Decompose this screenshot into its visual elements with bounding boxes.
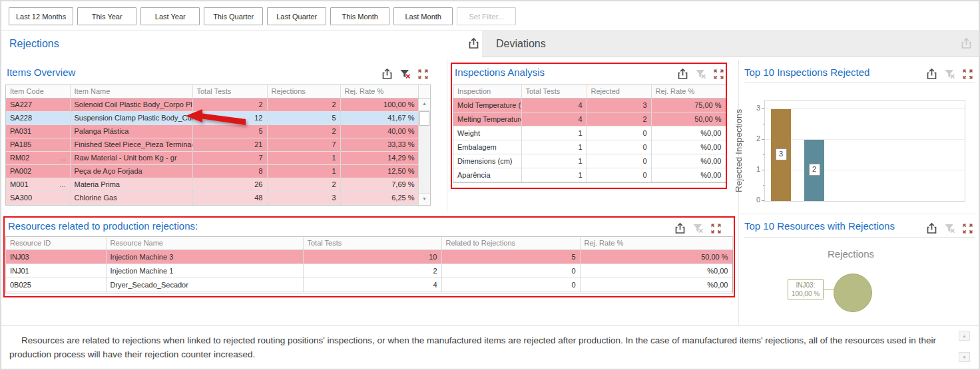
table-row[interactable]: INJ01Injection Machine 120%0,00	[6, 264, 732, 278]
scroll-down-icon[interactable]: ▼	[419, 193, 430, 205]
column-header[interactable]: Rejected	[587, 85, 651, 98]
table-row[interactable]: PA185Finished Steel Piece_Pieza Terminad…	[6, 138, 419, 152]
export-icon[interactable]	[925, 222, 938, 235]
resource-id-cell: 0B025	[6, 278, 106, 292]
table-row[interactable]: PA031Palanga Plástica5240,00 %	[6, 125, 419, 138]
column-header[interactable]: Total Tests	[303, 237, 441, 250]
table-row[interactable]: SA227Solenoid Coil Plastic Body_Corpo Pl…	[6, 98, 419, 112]
total-tests-cell: 1	[521, 126, 587, 140]
column-header[interactable]: Rej. Rate %	[651, 85, 726, 98]
table-row[interactable]: Weight10%0,00	[453, 126, 726, 140]
tab-deviations[interactable]: Deviations	[482, 31, 979, 57]
table-row[interactable]: PA002Peça de Aço Forjada8112,50 %	[6, 165, 419, 178]
table-row[interactable]: SA228Suspension Clamp Plastic Body_Cue..…	[6, 112, 419, 125]
description-scrollbar[interactable]: ▲ ▼	[959, 331, 970, 362]
column-header[interactable]: Resource Name	[106, 237, 303, 250]
item-code-cell: SA228	[6, 112, 70, 125]
filter-button-this-year[interactable]: This Year	[77, 7, 136, 25]
table-row[interactable]: SA300Chlorine Gas4836,25 %	[6, 192, 419, 205]
filter-button-last-12-months[interactable]: Last 12 Months	[9, 7, 73, 25]
table-row[interactable]: M001...Materia Prima2627,69 %	[6, 178, 419, 192]
column-header[interactable]: Rej. Rate %	[340, 85, 419, 98]
total-tests-cell: 1	[521, 140, 587, 154]
export-icon[interactable]	[674, 222, 686, 235]
scrollbar-thumb[interactable]	[419, 111, 429, 126]
rej-rate-cell: 100,00 %	[340, 98, 419, 112]
tab-rejections-label: Rejections	[9, 31, 59, 57]
filter-button-this-quarter[interactable]: This Quarter	[204, 7, 263, 25]
filter-button-this-month[interactable]: This Month	[330, 7, 389, 25]
inspection-cell: Weight	[453, 126, 521, 140]
table-row[interactable]: INJ03Injection Machine 310550,00 %	[6, 250, 732, 264]
pie-chart[interactable]	[834, 274, 872, 312]
rejected-cell: 0	[587, 140, 651, 154]
item-name-cell: Suspension Clamp Plastic Body_Cue...	[70, 112, 192, 125]
table-row[interactable]: Dimensions (cm)10%0,00	[453, 154, 726, 168]
column-header[interactable]: Item Code	[6, 85, 70, 98]
column-header[interactable]: Total Tests	[192, 85, 267, 98]
resource-id-cell: INJ03	[6, 250, 106, 264]
column-header[interactable]: Inspection	[453, 85, 521, 98]
column-header[interactable]: Item Name	[70, 85, 192, 98]
export-icon[interactable]	[381, 68, 393, 81]
bar-chart: 32	[764, 100, 965, 202]
filter-button-last-year[interactable]: Last Year	[140, 7, 200, 25]
expand-icon[interactable]	[710, 222, 722, 235]
column-header[interactable]: Related to Rejections	[441, 237, 580, 250]
rejections-cell: 7	[267, 138, 340, 152]
tab-rejections[interactable]: Rejections	[1, 31, 482, 57]
clear-filter-icon[interactable]	[943, 222, 956, 235]
table-row[interactable]: Mold Temperature (ºC)4375,00 %	[453, 98, 726, 112]
total-tests-cell: 4	[521, 98, 587, 112]
clear-filter-icon[interactable]	[694, 68, 707, 81]
total-tests-cell: 48	[192, 192, 267, 205]
item-name-cell: Finished Steel Piece_Pieza Terminad...	[70, 138, 192, 152]
expand-icon[interactable]	[712, 68, 725, 81]
export-icon[interactable]	[676, 68, 689, 81]
bar-value-label: 3	[776, 148, 787, 160]
inspection-cell: Aparência	[453, 168, 521, 182]
total-tests-cell: 4	[303, 278, 441, 292]
clear-filter-icon[interactable]	[399, 68, 411, 81]
expand-icon[interactable]	[961, 222, 974, 235]
clear-filter-icon[interactable]	[692, 222, 704, 235]
export-icon[interactable]	[960, 37, 973, 51]
rej-rate-cell: 50,00 %	[651, 112, 726, 126]
column-header[interactable]: Resource ID	[6, 237, 106, 250]
divider	[744, 83, 975, 83]
rej-rate-cell: 33,33 %	[340, 138, 419, 152]
table-row[interactable]: Melting Temperature (ºC)4250,00 %	[453, 112, 726, 126]
scroll-up-icon[interactable]: ▲	[959, 331, 970, 341]
column-header[interactable]: Rejections	[267, 85, 340, 98]
items-overview-table: Item CodeItem NameTotal TestsRejectionsR…	[5, 85, 431, 206]
clear-filter-icon[interactable]	[943, 68, 956, 81]
scroll-down-icon[interactable]: ▼	[959, 352, 970, 362]
column-header[interactable]: Rej. Rate %	[580, 237, 732, 250]
items-overview-title: Items Overview	[7, 67, 75, 78]
pie-callout-line2: 100,00 %	[792, 290, 820, 297]
table-row[interactable]: Embalagem10%0,00	[453, 140, 726, 154]
expand-icon[interactable]	[961, 68, 974, 81]
table-row[interactable]: 0B025Dryer_Secado_Secador40%0,00	[6, 278, 732, 292]
pie-callout-label: INJ03: 100,00 %	[788, 279, 824, 299]
gridline	[765, 108, 965, 109]
filter-button-last-quarter[interactable]: Last Quarter	[267, 7, 326, 25]
total-tests-cell: 10	[303, 250, 441, 264]
export-icon[interactable]	[467, 37, 481, 51]
inspection-cell: Melting Temperature (ºC)	[453, 112, 521, 126]
total-tests-cell: 2	[192, 98, 267, 112]
table-row[interactable]: RM02...Raw Material - Unit bom Kg - gr71…	[6, 152, 419, 165]
filter-button-set-filter[interactable]: Set Filter...	[457, 7, 516, 25]
divider	[744, 237, 975, 238]
y-tick-label: 1	[750, 165, 760, 173]
expand-icon[interactable]	[417, 68, 429, 81]
scrollbar[interactable]: ▲ ▼	[418, 98, 430, 205]
bar-value-label: 2	[809, 164, 820, 176]
filter-button-last-month[interactable]: Last Month	[393, 7, 453, 25]
export-icon[interactable]	[925, 68, 938, 81]
scroll-up-icon[interactable]: ▲	[419, 98, 430, 110]
table-row[interactable]: Aparência10%0,00	[453, 168, 726, 182]
column-header[interactable]: Total Tests	[521, 85, 587, 98]
resource-id-cell: INJ01	[6, 264, 106, 278]
total-tests-cell: 1	[521, 168, 587, 182]
